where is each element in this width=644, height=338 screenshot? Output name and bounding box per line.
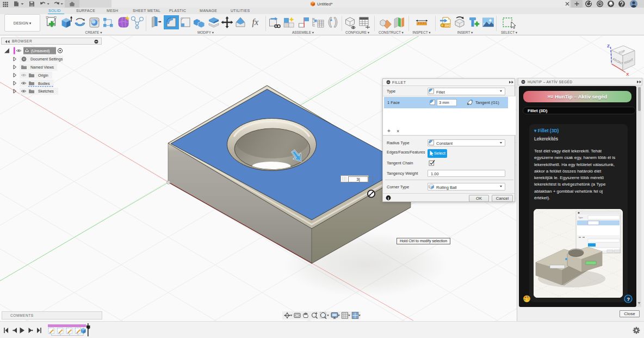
svg-text:(Unsaved): (Unsaved) [31,48,50,53]
svg-text:Untitled*: Untitled* [317,2,332,7]
svg-text:Z: Z [607,44,610,48]
svg-text:Bodies: Bodies [38,82,50,85]
svg-text:i: i [388,196,389,201]
svg-text:fx: fx [252,17,259,27]
svg-text:X: X [626,72,629,77]
svg-text:?: ? [627,296,630,302]
svg-text:FILLET: FILLET [392,81,406,84]
svg-text:Document Settings: Document Settings [30,57,63,62]
svg-text:Named Views: Named Views [30,65,54,69]
svg-text:SVG: SVG [445,24,451,27]
svg-text:Sketches: Sketches [38,89,54,93]
svg-text:Origin: Origin [38,73,48,78]
